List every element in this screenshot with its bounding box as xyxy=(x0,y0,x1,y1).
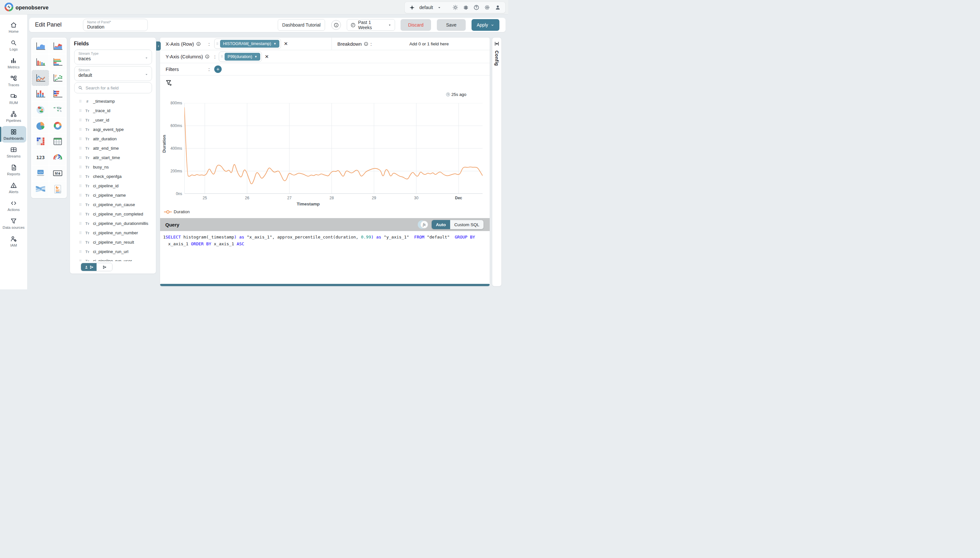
chart-type-stacked-bar[interactable] xyxy=(32,86,49,102)
collapse-fields-button[interactable]: ‹ xyxy=(156,41,161,51)
sidebar-item-dashboards[interactable]: Dashboards xyxy=(0,125,28,143)
field-item-busy_ns[interactable]: ⠿Tᴛbusy_ns xyxy=(70,162,156,172)
drag-handle-icon[interactable]: ⠿ xyxy=(79,231,82,235)
stream-type-select[interactable]: Stream Type traces xyxy=(74,49,152,64)
chart-type-markdown[interactable]: M xyxy=(49,166,66,181)
sidebar-item-home[interactable]: Home xyxy=(0,18,28,36)
drag-handle-icon[interactable]: ⠿ xyxy=(79,138,82,141)
gear-icon[interactable] xyxy=(484,4,490,11)
drag-handle-icon[interactable]: ⠿ xyxy=(220,55,223,58)
field-item-_trace_id[interactable]: ⠿Tᴛ_trace_id xyxy=(70,106,156,115)
remove-x-axis-field-icon[interactable]: ✕ xyxy=(284,41,288,47)
drag-handle-icon[interactable]: ⠿ xyxy=(216,43,219,45)
chart-type-h-stacked-bar[interactable] xyxy=(49,86,66,102)
workspace-select[interactable]: default xyxy=(419,5,433,10)
drag-handle-icon[interactable]: ⠿ xyxy=(79,109,82,112)
info-icon[interactable] xyxy=(205,54,210,59)
chart-type-sankey[interactable] xyxy=(32,181,49,197)
chart-type-bar[interactable] xyxy=(32,54,49,70)
help-icon[interactable] xyxy=(473,4,479,11)
save-button[interactable]: Save xyxy=(437,19,466,31)
remove-y-axis-field-icon[interactable]: ✕ xyxy=(265,54,269,60)
field-search-input[interactable] xyxy=(85,85,148,90)
sidebar-item-pipelines[interactable]: Pipelines xyxy=(0,108,28,125)
drag-handle-icon[interactable]: ⠿ xyxy=(79,259,82,261)
drag-handle-icon[interactable]: ⠿ xyxy=(79,147,82,150)
field-item-ci_pipeline_id[interactable]: ⠿Tᴛci_pipeline_id xyxy=(70,181,156,190)
sidebar-item-traces[interactable]: Traces xyxy=(0,72,28,90)
field-item-ci_pipeline_name[interactable]: ⠿Tᴛci_pipeline_name xyxy=(70,190,156,200)
sidebar-item-metrics[interactable]: Metrics xyxy=(0,54,28,72)
field-item-ci_pipeline_run_durationmillis[interactable]: ⠿Tᴛci_pipeline_run_durationmillis xyxy=(70,219,156,228)
chart-type-line[interactable] xyxy=(32,70,49,85)
sparkle-icon[interactable] xyxy=(409,5,415,11)
field-item-attr_duration[interactable]: ⠿Tᴛattr_duration xyxy=(70,134,156,144)
field-item-asgi_event_type[interactable]: ⠿Tᴛasgi_event_type xyxy=(70,125,156,134)
field-item-_user_id[interactable]: ⠿Tᴛ_user_id xyxy=(70,115,156,125)
drag-handle-icon[interactable]: ⠿ xyxy=(79,250,82,253)
sidebar-item-streams[interactable]: Streams xyxy=(0,143,28,161)
drag-handle-icon[interactable]: ⠿ xyxy=(79,194,82,197)
chart-type-table[interactable] xyxy=(49,134,66,149)
legend-item-duration[interactable]: Duration xyxy=(164,209,190,214)
dashboard-tutorial-button[interactable]: Dashboard Tutorial xyxy=(278,19,325,31)
query-mode-auto[interactable]: Auto xyxy=(432,220,450,229)
chart-type-area-stacked[interactable] xyxy=(49,39,66,54)
drag-handle-icon[interactable]: ⠿ xyxy=(79,184,82,188)
info-icon[interactable] xyxy=(196,41,201,46)
drag-handle-icon[interactable]: ⠿ xyxy=(79,166,82,169)
chart-type-heatmap[interactable] xyxy=(32,134,49,149)
drag-handle-icon[interactable]: ⠿ xyxy=(79,222,82,225)
sql-editor[interactable]: 1SELECT histogram(_timestamp) as "x_axis… xyxy=(160,231,490,285)
chevron-down-icon[interactable] xyxy=(491,23,494,27)
info-icon[interactable] xyxy=(364,41,368,46)
field-item-_timestamp[interactable]: ⠿#_timestamp xyxy=(70,97,156,106)
chart-type-custom-chart[interactable] xyxy=(49,181,66,197)
panel-name-input[interactable] xyxy=(87,24,144,30)
drag-handle-icon[interactable]: ⠿ xyxy=(79,118,82,122)
time-range-select[interactable]: Past 1 Weeks xyxy=(347,19,395,31)
field-item-attr_end_time[interactable]: ⠿Tᴛattr_end_time xyxy=(70,144,156,153)
drag-handle-icon[interactable]: ⠿ xyxy=(79,203,82,207)
field-item-ci_pipeline_run_result[interactable]: ⠿Tᴛci_pipeline_run_result xyxy=(70,238,156,247)
chart-type-area[interactable] xyxy=(32,39,49,54)
chart-type-h-bar[interactable] xyxy=(49,54,66,70)
field-list-tab-schema[interactable] xyxy=(97,263,112,271)
chart-type-maps[interactable] xyxy=(49,102,66,117)
chart-type-gauge[interactable] xyxy=(49,150,66,165)
person-icon[interactable] xyxy=(494,4,501,11)
brand-logo[interactable]: openobserve xyxy=(5,3,49,13)
apply-button[interactable]: Apply xyxy=(471,19,499,31)
chart-type-html[interactable]: </> xyxy=(32,166,49,181)
sidebar-item-actions[interactable]: Actions xyxy=(0,197,28,215)
function-editor-button[interactable]: fx xyxy=(420,221,428,228)
info-icon[interactable] xyxy=(331,20,341,30)
add-filter-button[interactable]: + xyxy=(214,66,222,73)
x-axis-chip-button[interactable]: HISTOGRAM(_timestamp)▼ xyxy=(220,40,279,48)
horizontal-scrollbar[interactable] xyxy=(160,284,490,286)
field-item-ci_pipeline_run_cause[interactable]: ⠿Tᴛci_pipeline_run_cause xyxy=(70,200,156,209)
field-item-attr_start_time[interactable]: ⠿Tᴛattr_start_time xyxy=(70,153,156,162)
field-item-check_openfga[interactable]: ⠿Tᴛcheck_openfga xyxy=(70,172,156,181)
chevron-down-icon[interactable] xyxy=(437,5,442,10)
drag-handle-icon[interactable]: ⠿ xyxy=(79,100,82,103)
sidebar-item-logs[interactable]: Logs xyxy=(0,36,28,54)
chart-type-donut[interactable] xyxy=(49,118,66,133)
field-item-ci_pipeline_run_completed[interactable]: ⠿Tᴛci_pipeline_run_completed xyxy=(70,209,156,219)
drag-handle-icon[interactable]: ⠿ xyxy=(79,156,82,159)
chart-type-geomap[interactable] xyxy=(32,102,49,117)
discard-button[interactable]: Discard xyxy=(401,19,431,31)
breakdown-dropzone[interactable]: Add 0 or 1 field here xyxy=(387,41,471,46)
chart-type-scatter[interactable] xyxy=(49,70,66,85)
sidebar-item-iam[interactable]: IAM xyxy=(0,232,28,250)
config-panel-rail[interactable]: Config xyxy=(492,37,502,286)
panel-name-field[interactable]: Name of Panel* xyxy=(83,19,148,31)
sidebar-item-data-sources[interactable]: Data sources xyxy=(0,215,28,232)
chart-type-metric[interactable]: 123 xyxy=(32,150,49,165)
sidebar-item-rum[interactable]: RUM xyxy=(0,90,28,108)
field-item-ci_pipeline_run_url[interactable]: ⠿Tᴛci_pipeline_run_url xyxy=(70,247,156,256)
sidebar-item-alerts[interactable]: Alerts xyxy=(0,179,28,197)
sun-icon[interactable] xyxy=(452,4,458,11)
line-chart[interactable] xyxy=(184,103,483,194)
drag-handle-icon[interactable]: ⠿ xyxy=(79,175,82,178)
